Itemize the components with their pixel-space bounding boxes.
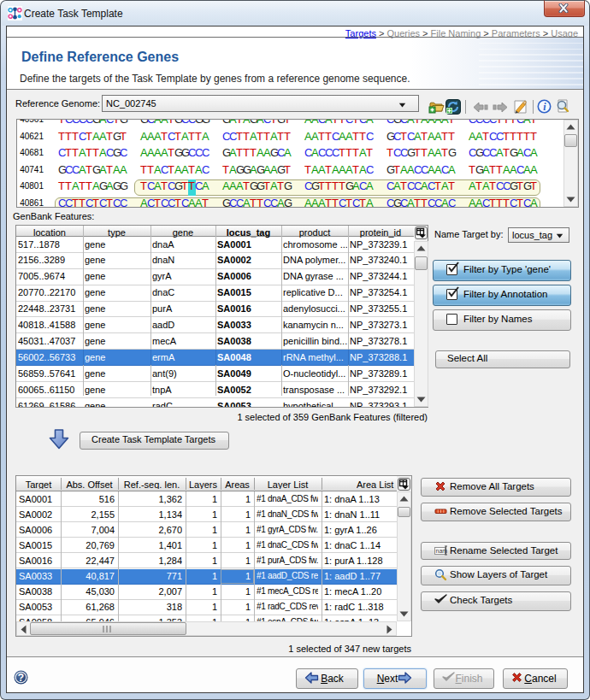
- svg-text:?: ?: [18, 672, 24, 684]
